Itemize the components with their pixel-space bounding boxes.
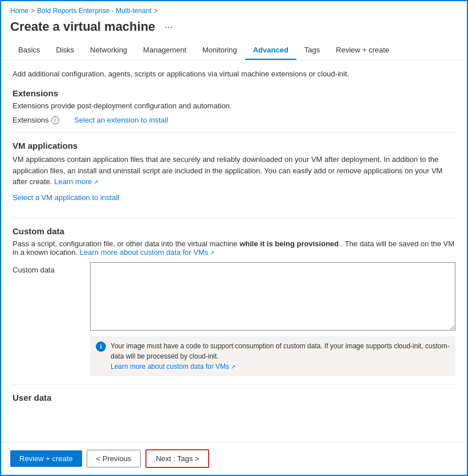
ellipsis-button[interactable]: ··· — [161, 20, 176, 34]
vm-apps-learn-more-link[interactable]: Learn more — [54, 177, 98, 186]
custom-data-desc-bold: while it is being provisioned — [239, 239, 339, 248]
footer: Review + create < Previous Next : Tags > — [1, 442, 467, 475]
tab-basics[interactable]: Basics — [10, 41, 48, 60]
extensions-title: Extensions — [13, 88, 455, 98]
divider-2 — [13, 218, 455, 218]
custom-data-textarea[interactable] — [90, 262, 455, 331]
tab-monitoring[interactable]: Monitoring — [194, 41, 245, 60]
user-data-title: User data — [13, 393, 455, 402]
vm-applications-section: VM applications VM applications contain … — [13, 141, 455, 210]
extensions-desc: Extensions provide post-deployment confi… — [13, 101, 455, 110]
vm-applications-desc: VM applications contain application file… — [13, 154, 455, 188]
tab-networking[interactable]: Networking — [82, 41, 135, 60]
info-box-learn-more-link[interactable]: Learn more about custom data for VMs — [111, 363, 235, 371]
tab-management[interactable]: Management — [135, 41, 194, 60]
previous-button[interactable]: < Previous — [87, 450, 141, 467]
tabs-container: Basics Disks Networking Management Monit… — [1, 41, 467, 60]
next-button[interactable]: Next : Tags > — [145, 449, 209, 468]
custom-data-field-label: Custom data — [13, 262, 81, 331]
tab-review-create[interactable]: Review + create — [328, 41, 397, 60]
page-subtitle: Add additional configuration, agents, sc… — [13, 70, 455, 78]
breadcrumb-home[interactable]: Home — [10, 7, 29, 15]
select-vm-application-link[interactable]: Select a VM application to install — [13, 193, 119, 202]
custom-data-learn-more-link[interactable]: Learn more about custom data for VMs — [80, 248, 214, 257]
vm-applications-title: VM applications — [13, 141, 455, 150]
info-box-text-main: Your image must have a code to support c… — [111, 342, 450, 360]
breadcrumb: Home > Bold Reports Enterprise - Multi-t… — [1, 1, 467, 17]
custom-data-desc-part1: Pass a script, configuration file, or ot… — [13, 239, 238, 248]
user-data-section: User data — [13, 393, 455, 402]
breadcrumb-sep2: > — [154, 7, 158, 15]
tab-tags[interactable]: Tags — [296, 41, 328, 60]
info-box-content: Your image must have a code to support c… — [111, 341, 450, 372]
extensions-field-label: Extensions — [13, 116, 49, 124]
custom-data-section: Custom data Pass a script, configuration… — [13, 226, 455, 376]
page-title: Create a virtual machine — [10, 19, 155, 34]
review-create-button[interactable]: Review + create — [10, 450, 82, 467]
divider-1 — [13, 132, 455, 133]
custom-data-info-box: i Your image must have a code to support… — [90, 336, 455, 376]
divider-3 — [13, 384, 455, 385]
tab-disks[interactable]: Disks — [48, 41, 82, 60]
info-box-icon: i — [96, 341, 106, 352]
select-extension-link[interactable]: Select an extension to install — [74, 116, 168, 124]
custom-data-title: Custom data — [13, 226, 455, 236]
extensions-info-icon[interactable]: i — [51, 116, 59, 124]
breadcrumb-item[interactable]: Bold Reports Enterprise - Multi-tenant — [37, 7, 152, 15]
extensions-section: Extensions Extensions provide post-deplo… — [13, 88, 455, 124]
custom-data-desc: Pass a script, configuration file, or ot… — [13, 239, 455, 257]
breadcrumb-sep1: > — [31, 7, 35, 15]
tab-advanced[interactable]: Advanced — [245, 41, 296, 60]
